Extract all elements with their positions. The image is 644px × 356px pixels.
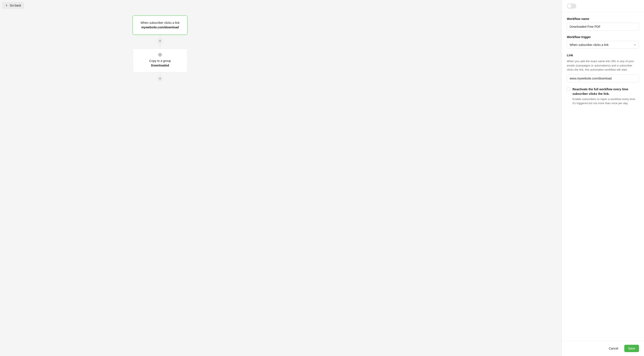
chevron-down-icon	[634, 43, 636, 46]
sidebar-header	[562, 0, 644, 12]
connector-line	[160, 72, 160, 76]
trigger-detail: mywebsite.com/download	[137, 25, 183, 30]
go-back-button[interactable]: Go back	[2, 2, 24, 9]
connector-line	[160, 35, 160, 38]
connector-line	[160, 43, 160, 48]
sidebar-footer: Cancel Save	[562, 341, 644, 356]
trigger-select-value: When subscriber clicks a link	[570, 43, 609, 46]
action-detail: Downloaded	[137, 63, 183, 68]
plus-icon	[159, 77, 161, 80]
reactivate-title: Reactivate the full workflow every time …	[572, 87, 639, 96]
go-back-label: Go back	[10, 4, 21, 7]
workflow-nodes: When subscriber clicks a link mywebsite.…	[132, 15, 188, 81]
add-step-button[interactable]	[158, 38, 162, 43]
workflow-trigger-select[interactable]: When subscriber clicks a link	[567, 41, 639, 49]
settings-sidebar: Workflow name Workflow trigger When subs…	[562, 0, 644, 356]
action-title: Copy to a group	[149, 59, 171, 63]
link-help-text: When you add the exact same link URL in …	[567, 59, 639, 72]
trigger-node[interactable]: When subscriber clicks a link mywebsite.…	[133, 15, 187, 35]
cancel-button[interactable]: Cancel	[605, 345, 622, 352]
save-button[interactable]: Save	[624, 345, 639, 352]
toggle-knob	[568, 4, 571, 8]
link-label: Link	[567, 53, 639, 57]
trigger-title: When subscriber clicks a link	[140, 21, 180, 24]
workflow-trigger-label: Workflow trigger	[567, 35, 639, 39]
action-node[interactable]: Copy to a group Downloaded	[133, 48, 187, 72]
workflow-name-label: Workflow name	[567, 17, 639, 20]
workflow-active-toggle[interactable]	[567, 3, 576, 9]
add-step-button[interactable]	[158, 76, 162, 81]
workflow-name-input[interactable]	[567, 23, 639, 30]
workflow-canvas: Go back When subscriber clicks a link my…	[0, 0, 562, 356]
svg-point-2	[160, 54, 160, 55]
reactivate-description: Enable subscribers to rejoin a workflow …	[572, 97, 635, 105]
reactivate-checkbox[interactable]	[567, 87, 570, 91]
chevron-left-icon	[5, 4, 8, 7]
link-input[interactable]	[567, 74, 639, 82]
plus-icon	[159, 40, 161, 42]
gear-icon	[137, 53, 183, 56]
sidebar-body: Workflow name Workflow trigger When subs…	[562, 12, 644, 341]
